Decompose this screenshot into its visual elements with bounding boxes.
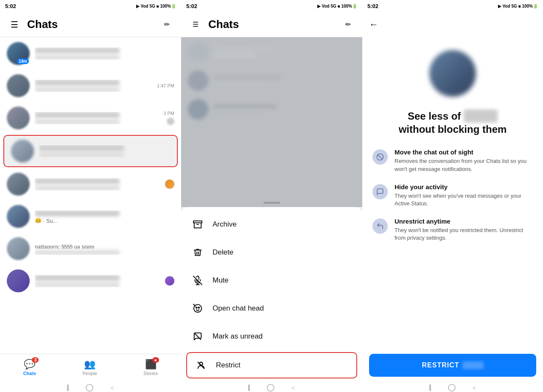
chat-name: nattaporn: 5555 ua นนnn (35, 243, 120, 249)
stories-badge: ● (152, 357, 159, 363)
panel-chat-list: 5:02 ▶ Vod 5G ■ 100%🔋 ☰ Chats ✏ 14m (0, 0, 181, 392)
svg-rect-0 (193, 221, 202, 223)
archive-label: Archive (213, 220, 237, 229)
chat-name (35, 112, 120, 118)
avatar (7, 205, 30, 228)
gesture-back-3: < (473, 384, 476, 391)
chat-item[interactable] (0, 265, 181, 297)
hide-activity-icon (372, 184, 388, 199)
chat-preview (39, 152, 124, 157)
status-time-2: 5:02 (186, 3, 197, 9)
gesture-back-2: < (291, 384, 295, 391)
bg-name-2 (213, 75, 281, 80)
menu-button-1[interactable]: ☰ (7, 17, 22, 32)
feature-hide-activity: Hide your activity They won't see when y… (372, 183, 533, 207)
chat-name (35, 48, 120, 53)
chat-background (181, 37, 362, 207)
gesture-bar-1: < (0, 384, 181, 392)
chat-item[interactable]: nattaporn: 5555 ua นนnn (0, 232, 181, 265)
chat-meta: 1:47 PM (157, 83, 174, 88)
gesture-lines (67, 384, 69, 391)
people-icon: 👥 (84, 359, 95, 370)
hamburger-icon: ☰ (11, 20, 18, 30)
gesture-bar-3: < (362, 384, 543, 392)
panel-context-menu: 5:02 ▶ Vod 5G ■ 100%🔋 ☰ Chats ✏ (181, 0, 362, 392)
move-chat-icon (372, 149, 388, 165)
hamburger-icon-2: ☰ (193, 20, 199, 28)
chats-label: Chats (23, 371, 36, 376)
unrestrict-icon (372, 218, 388, 234)
bg-preview-3 (213, 111, 260, 115)
avatar (7, 269, 30, 292)
chat-content (35, 80, 157, 92)
chat-preview (35, 282, 120, 287)
panel-restrict-info: 5:02 ▶ Vod 5G ■ 100%🔋 ← See less of with… (362, 0, 543, 392)
avatar (11, 140, 34, 162)
compose-button-2[interactable]: ✏ (340, 17, 355, 32)
gesture-lines-2 (248, 384, 250, 391)
chat-preview (35, 185, 120, 190)
mark-unread-icon (191, 330, 204, 343)
menu-mute[interactable]: Mute (181, 266, 362, 294)
restrict-button[interactable]: RESTRICT (369, 354, 536, 377)
chat-meta (165, 276, 174, 286)
feature-title-2: Hide your activity (395, 183, 533, 190)
edit-icon: ✏ (164, 20, 170, 28)
nav-chats[interactable]: 💬 3 Chats (23, 359, 36, 376)
chat-content: nattaporn: 5555 ua นนnn (35, 243, 174, 255)
user-avatar-large (429, 50, 476, 97)
restrict-icon (195, 359, 207, 372)
avatar (7, 106, 30, 129)
unread-badge: 14m (17, 59, 29, 64)
chat-meta (165, 179, 174, 189)
chat-item[interactable] (0, 168, 181, 200)
delete-icon (191, 246, 204, 259)
feature-desc-1: Removes the conversation from your Chats… (395, 157, 533, 173)
gesture-home-2 (267, 384, 274, 392)
compose-button-1[interactable]: ✏ (159, 17, 174, 32)
page-title-2: Chats (208, 18, 340, 31)
restrict-title: See less of without blocking them (372, 109, 533, 136)
mute-label: Mute (213, 276, 229, 285)
chat-item[interactable]: 😊 · Su... (0, 200, 181, 232)
menu-mark-unread[interactable]: Mark as unread (181, 322, 362, 350)
nav-people[interactable]: 👥 People (83, 359, 97, 376)
status-time-3: 5:02 (367, 3, 378, 9)
bg-avatar-2 (188, 70, 208, 91)
chat-item[interactable]: 3 PM (0, 102, 181, 134)
feature-unrestrict: Unrestrict anytime They won't be notifie… (372, 218, 533, 242)
chat-preview (35, 119, 120, 124)
restrict-btn-name (462, 361, 483, 369)
restrict-content: See less of without blocking them Move t… (362, 37, 543, 347)
avatar (7, 74, 30, 97)
menu-restrict[interactable]: Restrict (186, 352, 357, 378)
gesture-home (86, 384, 93, 392)
bottom-nav-1: 💬 3 Chats 👥 People ⬛ ● Stories (0, 354, 181, 384)
chat-header-1: ☰ Chats ✏ (0, 12, 181, 37)
menu-open-chat-head[interactable]: Open chat head (181, 294, 362, 322)
context-menu: Archive Delete (181, 207, 362, 384)
restricted-user-name (464, 109, 498, 123)
restrict-label: Restrict (216, 361, 241, 370)
chats-badge: 3 (32, 357, 39, 363)
mini-avatar (167, 118, 174, 125)
chat-item[interactable]: 14m (0, 37, 181, 70)
highlighted-chat-item[interactable] (3, 135, 178, 167)
nav-stories[interactable]: ⬛ ● Stories (143, 359, 158, 376)
menu-archive[interactable]: Archive (181, 210, 362, 238)
status-bar-3: 5:02 ▶ Vod 5G ■ 100%🔋 (362, 0, 543, 12)
menu-delete[interactable]: Delete (181, 238, 362, 266)
chat-name (35, 275, 120, 281)
back-button[interactable]: ← (369, 19, 378, 30)
chat-content (39, 145, 170, 157)
menu-block[interactable]: Block (181, 380, 362, 384)
gesture-home-3 (448, 384, 456, 392)
bg-name (213, 46, 273, 51)
feature-move-chat: Move the chat out of sight Removes the c… (372, 148, 533, 173)
chat-name (35, 80, 120, 86)
bg-preview-2 (213, 82, 264, 86)
bg-name-3 (213, 104, 277, 109)
menu-button-2[interactable]: ☰ (188, 17, 203, 32)
mini-avatar (165, 179, 174, 189)
chat-item[interactable]: 1:47 PM (0, 70, 181, 102)
